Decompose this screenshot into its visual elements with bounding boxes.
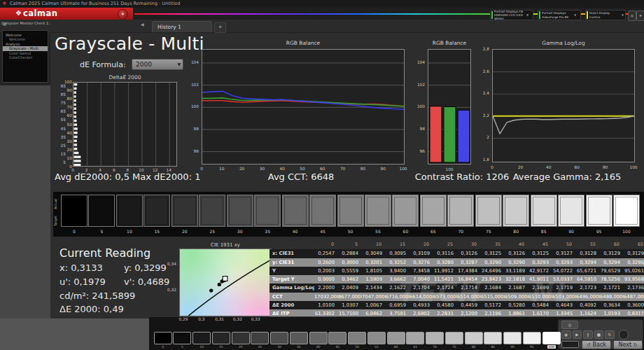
pattern-patch-65[interactable]: [406, 332, 424, 344]
footer-left-panel: [0, 318, 149, 350]
grayscale-swatch-actual-5: [90, 197, 113, 225]
grayscale-swatch-80: [503, 195, 529, 227]
app-icon: ❖: [2, 0, 6, 8]
table-cell-r4c1: 2,0409: [338, 284, 362, 292]
pattern-patch-label-75: 75: [445, 345, 463, 349]
swatch-label-70: 70: [447, 229, 474, 234]
pattern-patch-45[interactable]: [328, 332, 346, 344]
table-cell-r0c13: 0,3129: [624, 249, 644, 258]
table-cell-r1c0: 0,2600: [314, 258, 338, 267]
deltae-xtick-12: 12: [150, 168, 160, 173]
table-cell-r5c0: 17032,0000: [314, 293, 338, 301]
pattern-patch-55[interactable]: [368, 332, 386, 344]
pattern-patch-85[interactable]: [484, 332, 502, 344]
table-cell-r2c1: 0,5559: [338, 267, 362, 275]
table-cell-r1c1: 0,3000: [338, 258, 362, 267]
pattern-patch-10[interactable]: [192, 332, 211, 344]
swatch-label-20: 20: [172, 229, 198, 234]
grayscale-swatch-20: [172, 195, 198, 227]
pattern-patch-0[interactable]: [154, 332, 172, 344]
display-settings-icon[interactable]: ◎: [628, 10, 636, 21]
pattern-patch-label-100: 100: [547, 345, 556, 349]
gamma-ytick-2,8: 2,8: [472, 47, 489, 52]
grayscale-swatch-65: [420, 195, 447, 227]
table-row-label-2: Y: [270, 267, 314, 275]
deltae-xtick-0: 0: [68, 168, 78, 173]
pattern-patch-label-70: 70: [426, 345, 444, 349]
sidebar-item-colorchecker[interactable]: ColorChecker: [3, 55, 48, 59]
rgb-bar-chart-title: RGB Balance: [428, 40, 471, 46]
meter-button[interactable]: ◉: [561, 330, 571, 339]
rgbbar-ytick-98: 98: [410, 127, 425, 132]
table-cell-r1c2: 0,3201: [362, 258, 386, 267]
play-button[interactable]: ▶: [573, 330, 582, 339]
grayscale-swatch-actual-15: [146, 197, 168, 225]
table-cell-r5c11: 6496,0000: [576, 293, 600, 301]
table-cell-r3c8: 32,1818: [505, 275, 528, 284]
pattern-patch-label-60: 60: [387, 345, 405, 349]
pattern-patch-label-15: 15: [212, 345, 230, 349]
pattern-patch-50[interactable]: [348, 332, 366, 344]
table-cell-r1c4: 0,3276: [410, 258, 433, 267]
table-row-label-6: ΔE 2000: [270, 301, 314, 309]
pause-button[interactable]: ‖: [583, 330, 593, 339]
table-cell-r7c7: 2,1196: [481, 309, 505, 316]
grayscale-swatch-45: [309, 195, 336, 227]
add-tab-button[interactable]: +: [214, 22, 226, 33]
status-circle-icon[interactable]: [619, 330, 629, 340]
table-cell-r7c11: 1,1624: [576, 309, 600, 316]
table-cell-r1c6: 0,3287: [457, 258, 481, 267]
table-cell-r7c10: 1,3345: [552, 309, 576, 316]
pattern-patch-5[interactable]: [173, 332, 191, 344]
pattern-patch-100[interactable]: [542, 332, 561, 344]
table-cell-r6c2: 1,0067: [362, 301, 386, 309]
table-cell-r1c5: 0,3280: [433, 258, 457, 267]
swatch-label-25: 25: [199, 229, 225, 234]
pattern-patch-20[interactable]: [232, 332, 250, 344]
tab-history-1[interactable]: History 1: [152, 21, 212, 32]
stop-button[interactable]: ■: [594, 330, 604, 339]
pattern-patch-25[interactable]: [251, 332, 269, 344]
table-row-label-3: Target Y: [270, 275, 314, 284]
meter-read-icon[interactable]: ◎: [561, 321, 578, 329]
table-cell-r5c6: 6514,0000: [457, 293, 481, 301]
pattern-patch-75[interactable]: [445, 332, 463, 344]
collapse-panel-icon[interactable]: ◀: [141, 22, 144, 27]
pattern-patch-95[interactable]: [523, 332, 541, 344]
swatch-label-35: 35: [254, 229, 281, 234]
grayscale-swatch-actual-95: [588, 197, 610, 225]
table-cell-r0c10: 0,3127: [552, 249, 576, 258]
pattern-patch-70[interactable]: [426, 332, 444, 344]
custom-color-swatch[interactable]: [561, 341, 579, 348]
pattern-patch-15[interactable]: [212, 332, 230, 344]
generator-device-button[interactable]: Portrait Displays VideoForge Pro 8K ▼: [538, 10, 581, 20]
table-row-label-4: Gamma Log/Log: [270, 284, 314, 292]
meter-device-button[interactable]: Portrait Displays C6 HDR5000 LCD (LED Wh…: [490, 10, 533, 20]
grayscale-swatch-35: [254, 195, 281, 227]
table-cell-r3c6: 16,8454: [457, 275, 481, 284]
loop-button[interactable]: ↻: [605, 330, 615, 339]
table-col-header-25: 25: [433, 241, 457, 248]
pattern-patch-40[interactable]: [309, 332, 328, 344]
pattern-patch-60[interactable]: [387, 332, 405, 344]
pattern-patch-80[interactable]: [465, 332, 483, 344]
pattern-patch-35[interactable]: [290, 332, 308, 344]
table-cell-r2c11: 65,6721: [576, 267, 600, 275]
rgb-ytick-104: 104: [183, 60, 199, 65]
back-button[interactable]: ↺ Back: [582, 340, 611, 349]
pattern-window-icon[interactable]: ➤: [636, 10, 644, 21]
de-formula-dropdown[interactable]: 2000 ▼: [132, 59, 183, 70]
calman-logo-text: calman: [23, 8, 57, 18]
main-menu-button[interactable]: ▼: [118, 9, 128, 20]
grayscale-swatch-actual-35: [256, 197, 279, 225]
pattern-patch-90[interactable]: [503, 332, 522, 344]
grayscale-swatch-actual-0: [63, 197, 85, 225]
swatch-label-100: 100: [613, 229, 640, 234]
table-cell-r2c8: 33,1189: [505, 267, 528, 275]
pattern-patch-30[interactable]: [270, 332, 288, 344]
display-control-button[interactable]: Direct Display Control ▼: [585, 10, 626, 20]
rgb-ytick-100: 100: [183, 104, 199, 109]
next-button[interactable]: Next ↻: [613, 340, 643, 349]
pattern-patch-label-65: 65: [406, 345, 424, 349]
table-cell-r2c7: 24,6496: [481, 267, 505, 275]
